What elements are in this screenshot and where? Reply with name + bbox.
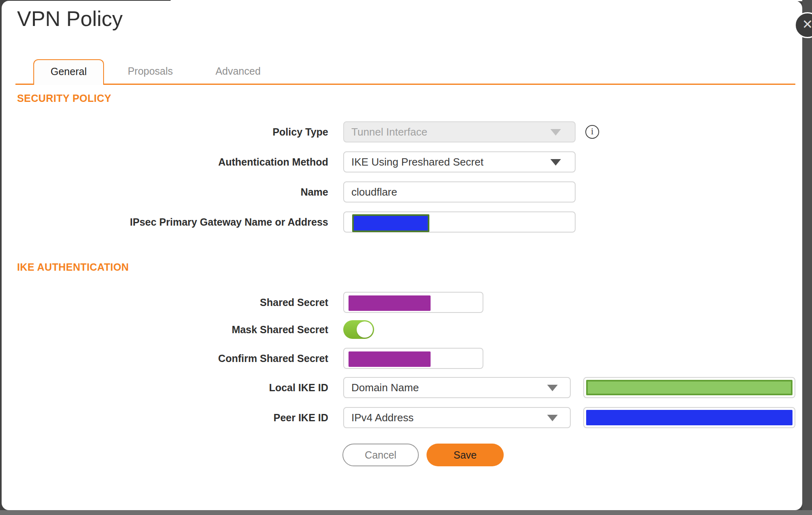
local-ike-id-value-input[interactable] — [583, 377, 795, 398]
tab-advanced[interactable]: Advanced — [206, 59, 271, 83]
top-edge — [171, 0, 802, 1]
confirm-shared-secret-redaction — [349, 351, 431, 367]
confirm-shared-secret-label: Confirm Shared Secret — [17, 348, 328, 369]
name-input[interactable]: cloudflare — [343, 181, 576, 203]
mask-shared-secret-toggle[interactable] — [343, 320, 374, 339]
mask-shared-secret-label: Mask Shared Secret — [17, 320, 328, 339]
local-ike-id-type: Domain Name — [351, 381, 419, 394]
page-background-right — [802, 0, 812, 515]
security-policy-heading: SECURITY POLICY — [17, 93, 111, 104]
confirm-shared-secret-input[interactable] — [343, 348, 483, 369]
cancel-button[interactable]: Cancel — [342, 444, 419, 466]
peer-ike-id-type: IPv4 Address — [351, 412, 414, 424]
peer-ike-id-value-input[interactable] — [583, 407, 795, 428]
chevron-down-icon — [550, 159, 561, 166]
chevron-down-icon — [550, 129, 561, 136]
gateway-label: IPsec Primary Gateway Name or Address — [17, 211, 328, 233]
authentication-method-label: Authentication Method — [17, 151, 328, 172]
local-ike-id-select[interactable]: Domain Name — [343, 377, 571, 398]
gateway-redaction — [352, 214, 429, 232]
local-ike-id-label: Local IKE ID — [17, 377, 328, 398]
local-ike-id-redaction — [586, 380, 793, 395]
ike-authentication-heading: IKE AUTHENTICATION — [17, 261, 129, 273]
authentication-method-select[interactable]: IKE Using Preshared Secret — [343, 151, 576, 172]
tab-proposals[interactable]: Proposals — [118, 59, 183, 83]
shared-secret-input[interactable] — [343, 292, 483, 313]
chevron-down-icon — [547, 415, 558, 421]
gateway-input[interactable] — [343, 211, 576, 233]
info-icon[interactable]: i — [585, 125, 599, 139]
tab-underline — [15, 84, 795, 85]
shared-secret-redaction — [349, 295, 431, 311]
peer-ike-id-select[interactable]: IPv4 Address — [343, 407, 571, 428]
shared-secret-label: Shared Secret — [17, 292, 328, 313]
toggle-knob — [357, 321, 373, 338]
peer-ike-id-redaction — [586, 410, 793, 425]
page-title: VPN Policy — [17, 6, 123, 31]
page-background-bottom — [0, 510, 812, 515]
policy-type-label: Policy Type — [17, 121, 328, 142]
name-label: Name — [17, 181, 328, 203]
peer-ike-id-label: Peer IKE ID — [17, 407, 328, 428]
policy-type-value: Tunnel Interface — [351, 126, 427, 138]
authentication-method-value: IKE Using Preshared Secret — [351, 156, 483, 168]
policy-type-select: Tunnel Interface — [343, 121, 576, 142]
tab-general[interactable]: General — [33, 59, 104, 85]
name-value: cloudflare — [351, 186, 397, 198]
chevron-down-icon — [547, 385, 558, 391]
save-button[interactable]: Save — [427, 444, 504, 466]
